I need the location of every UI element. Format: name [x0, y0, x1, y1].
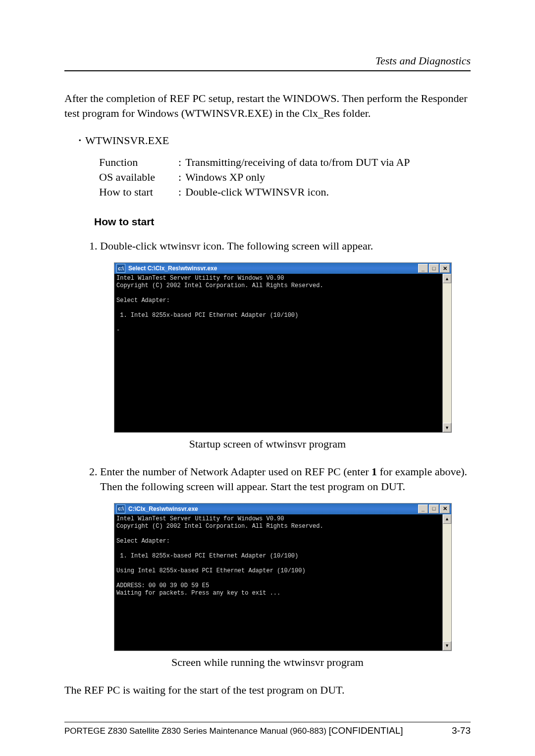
app-icon: c:\	[116, 504, 125, 513]
scroll-down-button[interactable]: ▼	[443, 423, 451, 432]
step2-bold-1: 1	[372, 465, 377, 478]
caption-running: Screen while running the wtwinsvr progra…	[64, 656, 471, 669]
scroll-track[interactable]	[443, 524, 451, 641]
spec-table: Function : Transmitting/receiving of dat…	[99, 155, 471, 199]
close-button[interactable]: ✕	[440, 264, 450, 273]
console-output: Intel WlanTest Server Utility for Window…	[114, 274, 442, 432]
spec-colon: :	[178, 170, 185, 185]
console-output: Intel WlanTest Server Utility for Window…	[114, 514, 442, 651]
window-title: Select C:\Clx_Res\wtwinsvr.exe	[128, 265, 417, 272]
app-icon: c:\	[116, 264, 125, 273]
spec-label: Function	[99, 155, 178, 170]
step2-text-a: 2. Enter the number of Network Adapter u…	[89, 465, 372, 478]
scroll-track[interactable]	[443, 283, 451, 423]
title-bar[interactable]: c:\ Select C:\Clx_Res\wtwinsvr.exe _ □ ✕	[114, 263, 451, 274]
bullet-wtwinsvr: ・WTWINSVR.EXE	[74, 133, 471, 148]
closing-paragraph: The REF PC is waiting for the start of t…	[64, 683, 471, 698]
spec-value: Double-click WTWINSVR icon.	[185, 185, 329, 200]
title-bar[interactable]: c:\ C:\Clx_Res\wtwinsvr.exe _ □ ✕	[114, 504, 451, 514]
console-window-startup: c:\ Select C:\Clx_Res\wtwinsvr.exe _ □ ✕…	[114, 262, 452, 433]
vertical-scrollbar[interactable]: ▲ ▼	[442, 274, 451, 432]
console-window-running: c:\ C:\Clx_Res\wtwinsvr.exe _ □ ✕ Intel …	[114, 503, 452, 651]
minimize-button[interactable]: _	[418, 264, 428, 273]
header-rule	[64, 70, 471, 71]
footer-confidential: [CONFIDENTIAL]	[329, 725, 403, 736]
scroll-down-button[interactable]: ▼	[443, 641, 451, 651]
page-footer: PORTEGE Z830 Satellite Z830 Series Maint…	[64, 725, 471, 736]
step-2: 2. Enter the number of Network Adapter u…	[89, 464, 471, 494]
maximize-button[interactable]: □	[429, 264, 439, 273]
footer-page-number: 3-73	[452, 725, 471, 736]
close-button[interactable]: ✕	[440, 504, 450, 513]
spec-colon: :	[178, 185, 185, 200]
spec-row-os: OS available : Windows XP only	[99, 170, 471, 185]
document-page: Tests and Diagnostics After the completi…	[0, 0, 535, 756]
spec-value: Transmitting/receiving of data to/from D…	[185, 155, 410, 170]
caption-startup: Startup screen of wtwinsvr program	[64, 438, 471, 451]
intro-paragraph: After the completion of REF PC setup, re…	[64, 91, 471, 120]
spec-label: How to start	[99, 185, 178, 200]
scroll-up-button[interactable]: ▲	[443, 514, 451, 524]
spec-label: OS available	[99, 170, 178, 185]
spec-value: Windows XP only	[185, 170, 265, 185]
step-1: 1. Double-click wtwinsvr icon. The follo…	[89, 239, 471, 253]
spec-row-start: How to start : Double-click WTWINSVR ico…	[99, 185, 471, 200]
scroll-up-button[interactable]: ▲	[443, 274, 451, 283]
footer-rule	[64, 722, 471, 722]
window-title: C:\Clx_Res\wtwinsvr.exe	[128, 505, 417, 512]
vertical-scrollbar[interactable]: ▲ ▼	[442, 514, 451, 651]
running-header: Tests and Diagnostics	[64, 54, 471, 67]
spec-row-function: Function : Transmitting/receiving of dat…	[99, 155, 471, 170]
heading-how-to-start: How to start	[94, 216, 471, 228]
minimize-button[interactable]: _	[418, 504, 428, 513]
footer-left: PORTEGE Z830 Satellite Z830 Series Maint…	[64, 725, 452, 736]
maximize-button[interactable]: □	[429, 504, 439, 513]
spec-colon: :	[178, 155, 185, 170]
footer-manual: PORTEGE Z830 Satellite Z830 Series Maint…	[64, 726, 329, 736]
